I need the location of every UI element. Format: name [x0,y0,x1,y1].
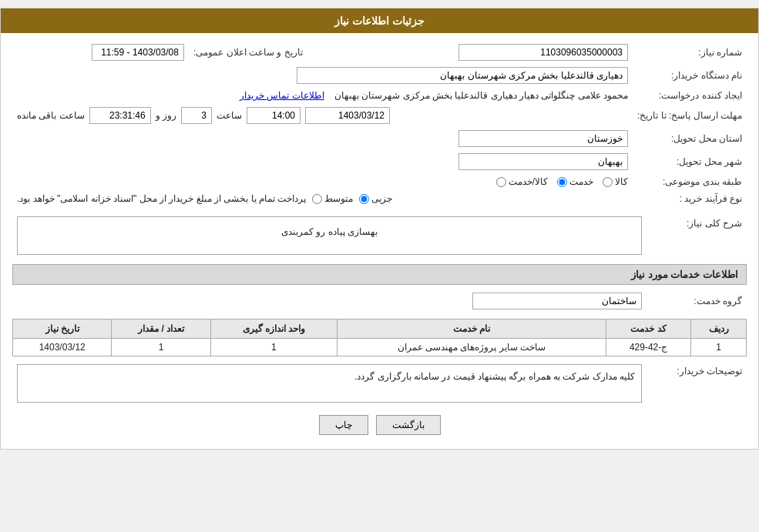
creator-contact-link[interactable]: اطلاعات تماس خریدار [240,90,324,101]
main-form-table: شماره نیاز: تاریخ و ساعت اعلان عمومی: نا… [12,41,747,207]
print-button[interactable]: چاپ [319,415,368,435]
creator-label: ایجاد کننده درخواست: [633,87,747,104]
buyer-org-input[interactable] [297,67,628,84]
buyer-notes-value: کلیه مدارک شرکت به همراه برگه پیشنهاد قی… [22,368,636,385]
category-khidmat-radio[interactable] [557,177,567,187]
buyer-notes-table: توضیحات خریدار: کلیه مدارک شرکت به همراه… [12,361,747,406]
back-button[interactable]: بازگشت [376,415,441,435]
cell-quantity: 1 [112,339,210,356]
process-partial[interactable]: جزیی [359,193,392,204]
province-label: استان محل تحویل: [633,127,747,150]
description-table: شرح کلی نیاز: بهسازی پیاده رو کمربندی [12,213,747,258]
process-partial-label: جزیی [371,193,392,204]
announcement-value-input[interactable] [92,44,184,61]
need-number-input[interactable] [458,44,628,61]
cell-service-code: ج-42-429 [606,339,691,356]
process-medium-radio[interactable] [312,194,322,204]
process-medium-label: متوسط [324,193,353,204]
cell-row-num: 1 [691,339,747,356]
countdown-label: ساعت باقی مانده [17,110,85,121]
city-label: شهر محل تحویل: [633,150,747,173]
description-box: بهسازی پیاده رو کمربندی [17,216,642,255]
city-input[interactable] [458,153,628,170]
time-label: ساعت [217,110,242,121]
cell-date: 1403/03/12 [13,339,112,356]
category-khidmat-label: خدمت [569,176,593,187]
services-section-header: اطلاعات خدمات مورد نیاز [12,264,747,285]
col-service-code: کد خدمت [606,320,691,339]
category-kala[interactable]: کالا [603,176,628,187]
process-medium[interactable]: متوسط [312,193,353,204]
category-kala-label: کالا [615,176,628,187]
category-kala-khidmat-radio[interactable] [496,177,506,187]
category-kala-khidmat[interactable]: کالا/خدمت [496,176,548,187]
category-kala-radio[interactable] [603,177,613,187]
category-khidmat[interactable]: خدمت [557,176,593,187]
service-group-table: گروه خدمت: [12,289,747,313]
button-row: بازگشت چاپ [12,415,747,435]
services-table: ردیف کد خدمت نام خدمت واحد اندازه گیری ت… [12,319,747,356]
col-date: تاریخ نیاز [13,320,112,339]
col-quantity: تعداد / مقدار [112,320,210,339]
page-title: جزئیات اطلاعات نیاز [1,8,758,33]
need-number-label: شماره نیاز: [633,41,747,64]
col-unit: واحد اندازه گیری [210,320,337,339]
time-input[interactable] [247,107,301,124]
description-label: شرح کلی نیاز: [646,213,747,258]
service-group-input[interactable] [472,293,642,309]
days-label: روز و [156,110,176,121]
date-input[interactable] [305,107,390,124]
province-input[interactable] [458,130,628,147]
category-label: طبقه بندی موضوعی: [633,173,747,190]
cell-service-name: ساخت سایر پروژه‌های مهندسی عمران [338,339,606,356]
process-label: نوع فرآیند خرید : [633,190,747,207]
countdown-input[interactable] [89,107,151,124]
process-note: پرداخت تمام یا بخشی از مبلغ خریدار از مح… [17,193,306,204]
buyer-notes-box: کلیه مدارک شرکت به همراه برگه پیشنهاد قی… [17,364,642,403]
deadline-label: مهلت ارسال پاسخ: تا تاریخ: [633,104,747,127]
cell-unit: 1 [210,339,337,356]
process-partial-radio[interactable] [359,194,369,204]
buyer-org-label: نام دستگاه خریدار: [633,64,747,87]
table-row: 1 ج-42-429 ساخت سایر پروژه‌های مهندسی عم… [13,339,747,356]
days-input[interactable] [181,107,212,124]
announcement-label: تاریخ و ساعت اعلان عمومی: [189,41,307,64]
category-kala-khidmat-label: کالا/خدمت [509,176,548,187]
service-group-label: گروه خدمت: [646,289,747,313]
col-service-name: نام خدمت [338,320,606,339]
description-value: بهسازی پیاده رو کمربندی [21,220,638,243]
buyer-notes-label: توضیحات خریدار: [646,361,747,406]
creator-value: محمود علامی چنگلواتی دهیار دهیاری قالندع… [334,90,628,101]
col-row-num: ردیف [691,320,747,339]
